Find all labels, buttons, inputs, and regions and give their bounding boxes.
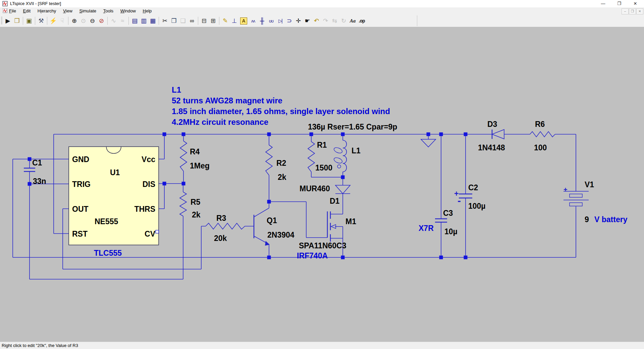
v1-refdes[interactable]: V1 xyxy=(585,180,594,189)
tile-horizontal-icon[interactable]: ▥ xyxy=(140,17,148,25)
v1-comment[interactable]: V battery xyxy=(594,215,628,224)
ground-icon[interactable]: ⊥ xyxy=(230,17,238,25)
ic-comment[interactable]: TLC555 xyxy=(94,249,122,257)
v1-value[interactable]: 9 xyxy=(585,215,589,224)
run-icon[interactable]: ⚡ xyxy=(49,17,57,25)
find-icon[interactable]: ∞ xyxy=(188,17,196,25)
c2-refdes[interactable]: C2 xyxy=(468,183,478,192)
annotation-line-3[interactable]: 1.85 inch diameter, 1.65 ohms, single la… xyxy=(172,107,390,116)
print-preview-icon[interactable]: ⊞ xyxy=(209,17,217,25)
resistor-r4[interactable]: R4 1Meg xyxy=(180,141,210,171)
resistor-icon[interactable]: ʌʌ xyxy=(249,17,257,25)
spice-directive-icon[interactable]: .op xyxy=(358,17,366,25)
menu-help[interactable]: Help xyxy=(141,7,154,15)
r3-value[interactable]: 20k xyxy=(214,234,227,243)
q1-refdes[interactable]: Q1 xyxy=(267,216,277,225)
d3-value[interactable]: 1N4148 xyxy=(478,143,505,152)
capacitor-c2[interactable]: + - C2 100µ xyxy=(454,183,486,210)
mdi-close-button[interactable]: ✕ xyxy=(636,8,643,14)
ic-refdes[interactable]: U1 xyxy=(110,168,120,177)
zoom-out-icon[interactable]: ⊖ xyxy=(88,17,97,25)
diode-d3[interactable]: D3 1N4148 xyxy=(478,120,505,152)
r6-refdes[interactable]: R6 xyxy=(535,120,545,129)
open-file-icon[interactable]: ❒ xyxy=(13,17,21,25)
mdi-minimize-button[interactable]: – xyxy=(622,8,629,14)
label-net-icon[interactable]: A xyxy=(240,17,247,24)
d1-value[interactable]: MUR460 xyxy=(300,184,330,193)
mdi-restore-button[interactable]: ❐ xyxy=(629,8,636,14)
copy-icon[interactable]: ❐ xyxy=(170,17,178,25)
r1-value[interactable]: 1500 xyxy=(315,163,332,172)
m1-comment[interactable]: IRF740A xyxy=(297,251,328,260)
mosfet-m1[interactable]: M1 SPA11N60C3 IRF740A xyxy=(297,211,356,260)
ground-symbol[interactable] xyxy=(421,139,436,147)
zoom-full-extents-icon[interactable]: ⊘ xyxy=(97,17,106,25)
resistor-r1[interactable]: R1 1500 xyxy=(308,141,332,172)
cut-icon[interactable]: ✂ xyxy=(161,17,169,25)
annotation-line-1[interactable]: L1 xyxy=(172,85,181,94)
menu-file[interactable]: File xyxy=(7,7,18,15)
ic-value[interactable]: NE555 xyxy=(95,217,118,226)
save-icon[interactable]: ▣ xyxy=(25,17,33,25)
c1-refdes[interactable]: C1 xyxy=(32,158,42,167)
move-icon[interactable]: ✛ xyxy=(294,17,303,25)
capacitor-c3[interactable]: C3 10µ X7R xyxy=(419,209,458,236)
r2-refdes[interactable]: R2 xyxy=(276,159,286,167)
battery-v1[interactable]: + V1 9 V battery xyxy=(564,180,628,224)
c3-comment[interactable]: X7R xyxy=(419,224,434,233)
menu-tools[interactable]: Tools xyxy=(101,7,116,15)
menu-hierarchy[interactable]: Hierarchy xyxy=(35,7,59,15)
r4-refdes[interactable]: R4 xyxy=(190,147,200,156)
l1-value-params[interactable]: 136µ Rser=1.65 Cpar=9p xyxy=(308,122,397,131)
r3-refdes[interactable]: R3 xyxy=(216,214,226,222)
r6-value[interactable]: 100 xyxy=(534,143,547,152)
menu-window[interactable]: Window xyxy=(118,7,138,15)
resistor-r6[interactable]: R6 100 xyxy=(530,120,555,152)
component-icon[interactable]: ⊃ xyxy=(285,17,293,25)
annotation-line-4[interactable]: 4.2MHz circuit resonance xyxy=(172,117,268,127)
diode-icon[interactable]: ▷| xyxy=(276,17,284,25)
capacitor-c1[interactable]: C1 33n xyxy=(24,158,46,186)
c2-value[interactable]: 100µ xyxy=(468,202,486,210)
r4-value[interactable]: 1Meg xyxy=(190,161,210,170)
d1-refdes[interactable]: D1 xyxy=(330,197,340,205)
menu-view[interactable]: View xyxy=(61,7,75,15)
m1-value[interactable]: SPA11N60C3 xyxy=(299,241,346,250)
coil-annotation[interactable]: L1 52 turns AWG28 magnet wire 1.85 inch … xyxy=(172,85,390,127)
ic-u1[interactable]: GND TRIG OUT RST Vcc DIS THRS CV U1 NE55… xyxy=(69,147,159,257)
resistor-r3[interactable]: R3 20k xyxy=(206,214,247,243)
resistor-r5[interactable]: R5 2k xyxy=(180,192,201,219)
c3-value[interactable]: 10µ xyxy=(444,227,458,236)
r5-value[interactable]: 2k xyxy=(192,210,201,219)
undo-icon[interactable]: ↶ xyxy=(312,17,321,25)
d3-refdes[interactable]: D3 xyxy=(487,120,497,129)
close-button[interactable]: ✕ xyxy=(630,0,641,7)
cascade-windows-icon[interactable]: ▦ xyxy=(149,17,157,25)
c3-refdes[interactable]: C3 xyxy=(443,209,453,217)
schematic-canvas[interactable]: GND TRIG OUT RST Vcc DIS THRS CV U1 NE55… xyxy=(0,27,644,342)
c1-value[interactable]: 33n xyxy=(33,177,46,186)
restore-button[interactable]: ❐ xyxy=(613,0,625,7)
annotation-line-2[interactable]: 52 turns AWG28 magnet wire xyxy=(172,96,282,105)
r5-refdes[interactable]: R5 xyxy=(191,198,201,206)
wire-icon[interactable]: ✎ xyxy=(221,17,229,25)
r1-refdes[interactable]: R1 xyxy=(317,141,327,149)
menu-simulate[interactable]: Simulate xyxy=(77,7,99,15)
m1-refdes[interactable]: M1 xyxy=(345,217,356,226)
r2-value[interactable]: 2k xyxy=(278,173,286,182)
menu-edit[interactable]: Edit xyxy=(21,7,33,15)
inductor-icon[interactable]: ʊʊ xyxy=(267,17,275,25)
new-schematic-icon[interactable]: ▶ xyxy=(4,17,12,25)
tile-vertical-icon[interactable]: ▤ xyxy=(130,17,139,25)
q1-value[interactable]: 2N3904 xyxy=(267,231,294,239)
transistor-q1[interactable]: Q1 2N3904 xyxy=(254,208,294,246)
l1-refdes[interactable]: L1 xyxy=(352,146,361,155)
capacitor-icon[interactable]: ╫ xyxy=(258,17,266,25)
print-icon[interactable]: ⊟ xyxy=(200,17,208,25)
minimize-button[interactable]: — xyxy=(597,0,609,7)
control-panel-icon[interactable]: ⚒ xyxy=(37,17,45,25)
zoom-in-icon[interactable]: ⊕ xyxy=(70,17,78,25)
inductor-l1[interactable]: L1 xyxy=(333,140,361,172)
drag-icon[interactable]: ☛ xyxy=(303,17,312,25)
text-icon[interactable]: Aa xyxy=(348,17,357,25)
